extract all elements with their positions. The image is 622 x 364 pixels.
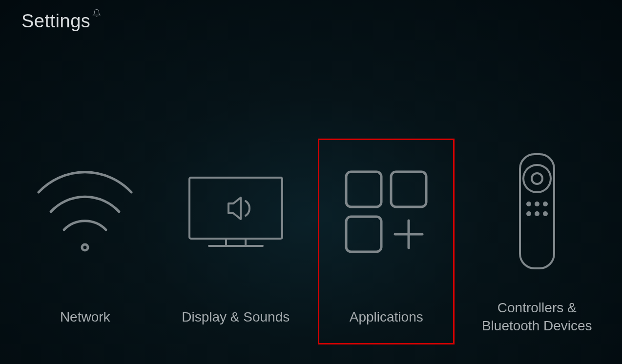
tile-label-controllers-bluetooth: Controllers &Bluetooth Devices: [482, 299, 592, 335]
svg-point-15: [543, 202, 548, 206]
svg-point-13: [526, 202, 531, 206]
svg-point-14: [535, 202, 539, 206]
tile-label-applications: Applications: [350, 300, 423, 335]
svg-rect-7: [346, 217, 381, 252]
svg-point-18: [543, 211, 548, 216]
svg-point-17: [535, 211, 539, 216]
svg-point-0: [82, 244, 88, 250]
wifi-icon: [29, 148, 141, 275]
tile-display-sounds[interactable]: Display & Sounds: [167, 139, 304, 344]
tile-applications[interactable]: Applications: [318, 139, 455, 344]
page-title: Settings: [21, 11, 90, 32]
apps-grid-icon: [337, 148, 435, 275]
tv-sound-icon: [182, 148, 290, 275]
settings-tiles-row: Network Display & Sounds Applic: [0, 138, 622, 344]
svg-point-16: [526, 211, 531, 216]
notification-bell-icon[interactable]: [92, 9, 101, 18]
svg-point-12: [532, 173, 542, 184]
svg-rect-1: [189, 178, 282, 239]
svg-rect-6: [391, 172, 426, 207]
svg-rect-5: [346, 172, 381, 207]
tile-label-display-sounds: Display & Sounds: [182, 300, 290, 335]
remote-icon: [515, 148, 559, 275]
tile-label-network: Network: [60, 300, 110, 335]
svg-point-11: [523, 165, 551, 192]
header: Settings: [21, 11, 101, 32]
tile-controllers-bluetooth[interactable]: Controllers &Bluetooth Devices: [469, 138, 605, 344]
tile-network[interactable]: Network: [17, 139, 153, 344]
